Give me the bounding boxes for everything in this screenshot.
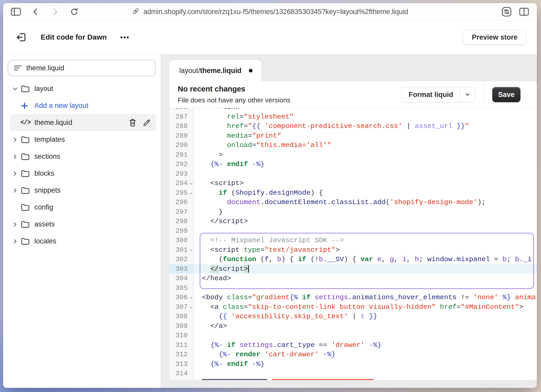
sidebar-item-snippets[interactable]: snippets — [10, 182, 156, 199]
code-line-content[interactable]: if (Shopify.designMode) { — [193, 188, 537, 198]
code-line-content[interactable]: > — [193, 150, 537, 160]
code-line-content[interactable]: rel="stylesheet" — [193, 112, 537, 122]
code-line-content[interactable]: {%- render 'cart-drawer' -%} — [193, 350, 537, 359]
code-line-content[interactable] — [193, 331, 537, 340]
code-line[interactable]: 299 — [169, 226, 537, 236]
code-line[interactable]: 292 {%- endif -%} — [169, 160, 537, 169]
code-line[interactable]: 313 {%- endif -%} — [169, 359, 537, 369]
file-filter[interactable] — [8, 60, 156, 76]
code-line[interactable]: 306<body class="gradient{% if settings.a… — [169, 293, 537, 302]
fold-chevron-icon[interactable] — [189, 182, 193, 186]
code-line-content[interactable]: </script> — [193, 264, 537, 274]
code-line[interactable]: 307 <a class="skip-to-content-link butto… — [169, 302, 537, 312]
code-line[interactable]: 295 if (Shopify.designMode) { — [169, 188, 537, 198]
chevron-right-icon[interactable] — [10, 153, 20, 160]
code-line-content[interactable]: href="{{ 'component-predictive-search.cs… — [193, 121, 537, 131]
chevron-down-icon[interactable] — [460, 87, 475, 102]
code-line[interactable]: 298 </script> — [169, 217, 537, 226]
code-line-content[interactable]: <body class="gradient{% if settings.anim… — [193, 293, 537, 302]
file-filter-input[interactable] — [26, 64, 156, 72]
chevron-right-icon[interactable] — [10, 187, 20, 194]
sidebar-item-layout[interactable]: layout — [10, 80, 156, 97]
code-line-content[interactable] — [193, 283, 537, 293]
code-line-content[interactable]: {%- endif -%} — [193, 160, 537, 169]
tab-theme-liquid[interactable]: layout/theme.liquid — [169, 60, 261, 81]
code-line[interactable]: 309 </a> — [169, 321, 537, 331]
sidebar-toggle-icon[interactable] — [11, 8, 21, 16]
code-editor[interactable]: 286 <link287 rel="stylesheet"288 href="{… — [169, 108, 537, 380]
fold-chevron-icon[interactable] — [189, 296, 193, 300]
code-line[interactable]: 301 <script type="text/javascript"> — [169, 245, 537, 255]
exit-editor-icon[interactable] — [16, 32, 27, 43]
sidebar-item-assets[interactable]: assets — [10, 216, 156, 233]
sidebar-item-add-a-new-layout[interactable]: Add a new layout — [10, 97, 156, 114]
code-line-content[interactable]: document.documentElement.classList.add('… — [193, 198, 537, 207]
reload-icon[interactable] — [70, 7, 79, 16]
code-line[interactable]: 302 (function (f, b) { if (!b.__SV) { va… — [169, 255, 537, 264]
code-line[interactable]: 308 {{ 'accessibility.skip_to_text' | t … — [169, 312, 537, 321]
code-line[interactable]: 312 {%- render 'cart-drawer' -%} — [169, 350, 537, 359]
code-line-content[interactable] — [193, 169, 537, 179]
code-line-content[interactable]: media="print" — [193, 131, 537, 141]
preview-store-button[interactable]: Preview store — [463, 30, 526, 45]
trash-icon[interactable] — [129, 119, 137, 127]
format-liquid-button[interactable]: Format liquid — [402, 87, 475, 102]
sidebar-item-locales[interactable]: locales — [10, 233, 156, 250]
fold-chevron-icon[interactable] — [189, 248, 193, 253]
line-number: 292 — [169, 160, 193, 169]
code-line-content[interactable] — [193, 369, 537, 378]
code-line-content[interactable]: (function (f, b) { if (!b.__SV) { var e,… — [193, 255, 537, 264]
code-line-content[interactable]: </a> — [193, 321, 537, 331]
code-line-content[interactable]: {%- endif -%} — [193, 359, 537, 369]
code-line[interactable]: 290 onload="this.media='all'" — [169, 140, 537, 150]
code-line-content[interactable]: <a class="skip-to-content-link button vi… — [193, 302, 537, 312]
code-line[interactable]: 311 {%- if settings.cart_type == 'drawer… — [169, 340, 537, 350]
code-line-content[interactable]: } — [193, 207, 537, 217]
code-line-content[interactable] — [193, 226, 537, 236]
sidebar-item-sections[interactable]: sections — [10, 148, 156, 165]
sidebar-item-config[interactable]: config — [10, 199, 156, 216]
address-bar[interactable]: admin.shopify.com/store/rzq1xu-f5/themes… — [132, 7, 408, 16]
forward-icon[interactable] — [51, 7, 59, 16]
chevron-right-icon[interactable] — [10, 238, 20, 245]
code-line-content[interactable]: <script type="text/javascript"> — [193, 245, 537, 255]
code-line[interactable]: 291 > — [169, 150, 537, 160]
code-line[interactable]: 288 href="{{ 'component-predictive-searc… — [169, 121, 537, 131]
code-line[interactable]: 314 — [169, 369, 537, 378]
more-menu-icon[interactable]: ••• — [119, 33, 131, 42]
code-line[interactable]: 286 <link — [169, 108, 537, 112]
fold-chevron-icon[interactable] — [189, 191, 193, 195]
code-line[interactable]: 304</head> — [169, 274, 537, 283]
code-line-content[interactable]: <link — [193, 108, 537, 112]
code-line-content[interactable]: </script> — [193, 217, 537, 226]
save-button[interactable]: Save — [492, 87, 520, 102]
sidebar-item-blocks[interactable]: blocks — [10, 165, 156, 182]
chevron-right-icon[interactable] — [10, 136, 20, 143]
code-line[interactable]: 303 </script> — [169, 264, 537, 274]
fold-chevron-icon[interactable] — [189, 305, 193, 310]
sidebar-item-templates[interactable]: templates — [10, 131, 156, 148]
sidebar-item-theme-liquid[interactable]: </>theme.liquid — [10, 114, 156, 131]
code-line[interactable]: 305 — [169, 283, 537, 293]
code-line[interactable]: 293 — [169, 169, 537, 179]
chevron-right-icon[interactable] — [10, 221, 20, 228]
code-line-content[interactable]: {%- if settings.cart_type == 'drawer' -%… — [193, 340, 537, 350]
code-line-content[interactable]: </head> — [193, 274, 537, 283]
code-line[interactable]: 289 media="print" — [169, 131, 537, 141]
chevron-down-icon[interactable] — [10, 85, 20, 92]
chevron-right-icon[interactable] — [10, 170, 20, 177]
back-icon[interactable] — [31, 7, 40, 16]
pencil-icon[interactable] — [143, 119, 151, 127]
code-line[interactable]: 310 — [169, 331, 537, 340]
code-line[interactable]: 296 document.documentElement.classList.a… — [169, 198, 537, 207]
code-line[interactable]: 287 rel="stylesheet" — [169, 112, 537, 122]
code-line-content[interactable]: <script> — [193, 179, 537, 188]
extensions-icon[interactable] — [501, 7, 512, 17]
code-line-content[interactable]: onload="this.media='all'" — [193, 140, 537, 150]
code-line[interactable]: 297 } — [169, 207, 537, 217]
code-line-content[interactable]: <!-- Mixpanel Javascript SDK --> — [193, 236, 537, 245]
code-line-content[interactable]: {{ 'accessibility.skip_to_text' | t }} — [193, 312, 537, 321]
code-line[interactable]: 300 <!-- Mixpanel Javascript SDK --> — [169, 236, 537, 245]
split-view-icon[interactable] — [519, 7, 529, 17]
code-line[interactable]: 294 <script> — [169, 179, 537, 188]
